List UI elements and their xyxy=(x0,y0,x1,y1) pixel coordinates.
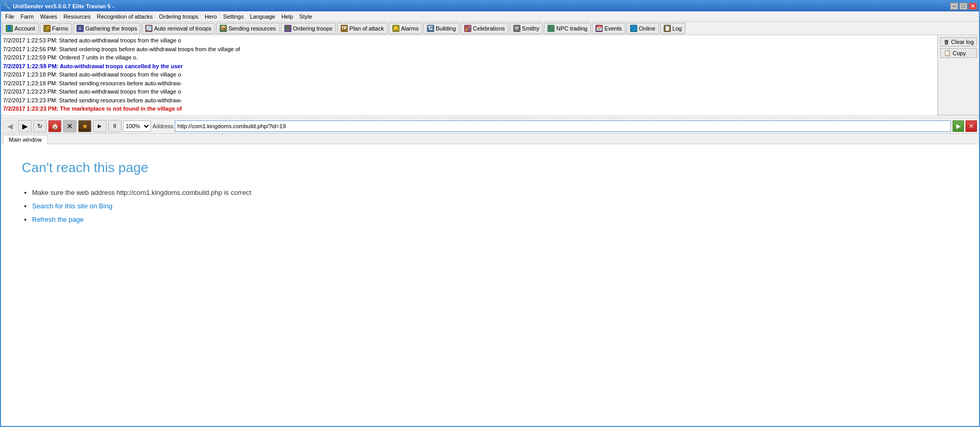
tab-npc[interactable]: 💱 NPC trading xyxy=(544,23,591,34)
tab-account[interactable]: 👤 Account xyxy=(2,23,39,34)
tab-ordering[interactable]: 🪖 Ordering troops xyxy=(281,23,336,34)
smithy-icon: ⚒ xyxy=(513,25,520,32)
log-line: 7/2/2017 1:23:18 PM: Started auto-withdr… xyxy=(3,70,935,79)
forward-button[interactable]: ▶ xyxy=(18,120,32,132)
tab-smithy[interactable]: ⚒ Smithy xyxy=(510,23,543,34)
refresh-button[interactable]: ↻ xyxy=(33,120,47,132)
tab-log[interactable]: 📋 Log xyxy=(660,23,685,34)
close-button[interactable]: ✕ xyxy=(969,3,977,10)
tab-auto-removal[interactable]: 🔄 Auto removal of troops xyxy=(142,23,215,34)
go-button[interactable]: ▶ xyxy=(953,120,964,132)
menu-help[interactable]: Help xyxy=(278,12,296,21)
tab-sending[interactable]: 📦 Sending resources xyxy=(216,23,280,34)
toolbar: 👤 Account 🌾 Farms ⚔ Gathering the troops… xyxy=(1,22,979,35)
copy-button[interactable]: 📋 Copy xyxy=(940,48,977,58)
pause-button[interactable]: ⏸ xyxy=(108,120,121,132)
browser-toolbar: ◀ ▶ ↻ 🏠 ✕ ★ ▶ ⏸ 100% 75% 125% 150% Addre… xyxy=(1,118,979,134)
browser-area: ◀ ▶ ↻ 🏠 ✕ ★ ▶ ⏸ 100% 75% 125% 150% Addre… xyxy=(1,118,979,426)
building-icon: 🏗 xyxy=(427,25,434,32)
log-line: 7/2/2017 1:22:53 PM: Started auto-withdr… xyxy=(3,36,935,45)
log-line: 7/2/2017 1:23:18 PM: Started sending res… xyxy=(3,79,935,88)
farms-icon: 🌾 xyxy=(43,25,51,32)
browser-content: Can't reach this page Make sure the web … xyxy=(1,144,979,426)
log-line-red: 7/2/2017 1:23:23 PM: The marketplace is … xyxy=(3,104,935,113)
tab-alarms[interactable]: 🔔 Alarms xyxy=(389,23,422,34)
tab-farms[interactable]: 🌾 Farms xyxy=(40,23,72,34)
account-icon: 👤 xyxy=(6,25,13,32)
star-button[interactable]: ★ xyxy=(78,120,91,132)
events-icon: 📅 xyxy=(595,25,603,32)
error-item-address: Make sure the web address http://com1.ki… xyxy=(32,186,958,200)
log-line-bold-blue: 7/2/2017 1:22:59 PM: Auto-withdrawal tro… xyxy=(3,62,935,71)
error-item-refresh: Refresh the page xyxy=(32,213,958,226)
menu-style[interactable]: Style xyxy=(296,12,315,21)
play-button[interactable]: ▶ xyxy=(93,120,106,132)
title-bar: 🔧 UnitSender ver5.0.0.7 Elite Travian 5 … xyxy=(1,1,979,11)
tab-online[interactable]: 🌐 Online xyxy=(626,23,659,34)
menu-file[interactable]: File xyxy=(2,12,18,21)
stop-nav-button[interactable]: ✕ xyxy=(966,120,977,132)
menu-recognition[interactable]: Recognition of attacks xyxy=(94,12,156,21)
bing-search-link[interactable]: Search for this site on Bing xyxy=(32,202,112,210)
log-sidebar: 🗑 Clear log 📋 Copy xyxy=(938,35,979,115)
celebrations-icon: 🎉 xyxy=(464,25,471,32)
stop-button[interactable]: ✕ xyxy=(63,120,76,132)
menu-farm[interactable]: Farm xyxy=(18,12,37,21)
menu-hero[interactable]: Hero xyxy=(202,12,220,21)
address-bar[interactable] xyxy=(175,120,951,132)
menu-bar: File Farm Waves Resources Recognition of… xyxy=(1,11,979,22)
menu-resources[interactable]: Resources xyxy=(60,12,94,21)
auto-removal-icon: 🔄 xyxy=(145,25,152,32)
tab-building[interactable]: 🏗 Building xyxy=(423,23,460,34)
tab-celebrations[interactable]: 🎉 Celebrations xyxy=(461,23,509,34)
app-icon: 🔧 xyxy=(3,3,11,10)
clear-log-icon: 🗑 xyxy=(944,39,950,45)
copy-icon: 📋 xyxy=(944,50,951,56)
ordering-icon: 🪖 xyxy=(284,25,292,32)
menu-settings[interactable]: Settings xyxy=(220,12,247,21)
plan-icon: 🗺 xyxy=(341,25,348,32)
back-button[interactable]: ◀ xyxy=(3,120,17,132)
clear-log-button[interactable]: 🗑 Clear log xyxy=(940,37,977,47)
log-line-red: 7/2/2017 1:24:03 PM: Restart to clear th… xyxy=(3,113,935,116)
menu-language[interactable]: Language xyxy=(247,12,278,21)
error-title: Can't reach this page xyxy=(22,160,958,176)
maximize-button[interactable]: □ xyxy=(959,3,968,10)
log-line: 7/2/2017 1:23:23 PM: Started sending res… xyxy=(3,96,935,105)
refresh-link[interactable]: Refresh the page xyxy=(32,216,84,223)
menu-ordering[interactable]: Ordering troops xyxy=(156,12,201,21)
gathering-icon: ⚔ xyxy=(76,25,84,32)
tab-main-window[interactable]: Main window xyxy=(3,135,48,144)
sending-icon: 📦 xyxy=(220,25,227,32)
tab-gathering[interactable]: ⚔ Gathering the troops xyxy=(73,23,141,34)
log-icon: 📋 xyxy=(664,25,671,32)
log-content: 7/2/2017 1:22:53 PM: Started auto-withdr… xyxy=(1,35,938,115)
npc-icon: 💱 xyxy=(547,25,555,32)
main-tabs: Main window xyxy=(1,134,979,144)
error-item-bing: Search for this site on Bing xyxy=(32,200,958,213)
menu-waves[interactable]: Waves xyxy=(37,12,60,21)
zoom-select[interactable]: 100% 75% 125% 150% xyxy=(123,120,151,132)
alarms-icon: 🔔 xyxy=(392,25,400,32)
log-line: 7/2/2017 1:22:56 PM: Started ordering tr… xyxy=(3,45,935,54)
address-label: Address xyxy=(152,123,173,129)
app-title: UnitSender ver5.0.0.7 Elite Travian 5 - xyxy=(13,3,114,9)
home-button[interactable]: 🏠 xyxy=(48,120,62,132)
tab-plan[interactable]: 🗺 Plan of attack xyxy=(337,23,388,34)
log-line: 7/2/2017 1:23:23 PM: Started auto-withdr… xyxy=(3,87,935,96)
error-list: Make sure the web address http://com1.ki… xyxy=(22,186,958,226)
minimize-button[interactable]: ─ xyxy=(950,3,958,10)
online-icon: 🌐 xyxy=(630,25,637,32)
tab-events[interactable]: 📅 Events xyxy=(592,23,625,34)
log-line: 7/2/2017 1:22:59 PM: Ordered 7 units in … xyxy=(3,53,935,62)
